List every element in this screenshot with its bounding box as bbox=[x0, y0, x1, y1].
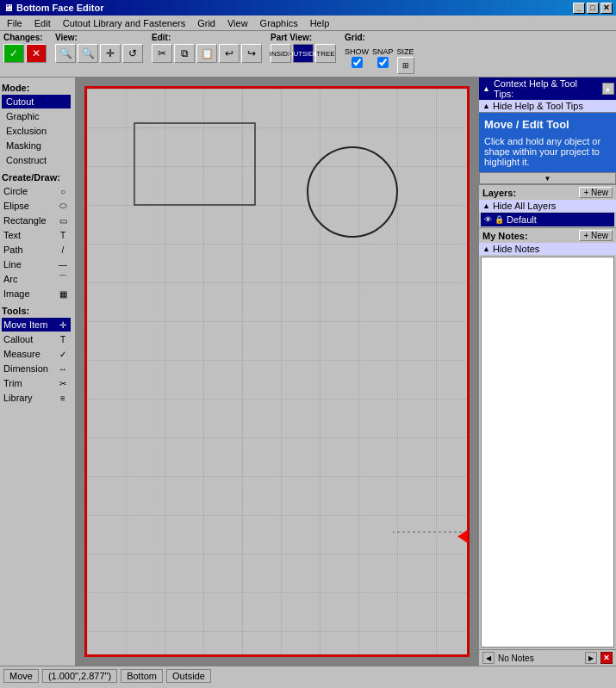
notes-header: My Notes: + New bbox=[479, 228, 616, 243]
tool-trim[interactable]: Trim ✂ bbox=[2, 376, 71, 390]
hide-all-layers-row[interactable]: ▲ Hide All Layers bbox=[479, 200, 616, 212]
mode-construct[interactable]: Construct bbox=[2, 153, 71, 167]
pan-button[interactable]: ✛ bbox=[100, 44, 121, 63]
callout-icon: T bbox=[57, 333, 69, 345]
new-layer-button[interactable]: + New bbox=[579, 187, 613, 198]
layers-title: Layers: bbox=[482, 188, 579, 198]
tool-callout[interactable]: Callout T bbox=[2, 332, 71, 346]
grid-show-checkbox[interactable] bbox=[352, 57, 363, 68]
menu-help[interactable]: Help bbox=[305, 17, 335, 29]
hide-all-arrow: ▲ bbox=[482, 201, 490, 210]
toolbar-area: Changes: ✓ ✕ View: 🔍 🔍 ✛ ↺ Edit: ✂ ⧉ 📋 ↩… bbox=[0, 31, 616, 77]
hide-all-label: Hide All Layers bbox=[493, 201, 556, 211]
rectangle-icon: ▭ bbox=[57, 214, 69, 226]
confirm-button[interactable]: ✓ bbox=[3, 44, 24, 63]
tool-image[interactable]: Image ▦ bbox=[2, 287, 71, 301]
menu-view[interactable]: View bbox=[222, 17, 253, 29]
view-buttons: 🔍 🔍 ✛ ↺ bbox=[55, 44, 143, 63]
mode-exclusion[interactable]: Exclusion bbox=[2, 124, 71, 138]
redo-button[interactable]: ↪ bbox=[241, 44, 262, 63]
layer-default[interactable]: 👁 🔒 Default bbox=[481, 213, 614, 226]
hide-help-row[interactable]: ▲ Hide Help & Tool Tips bbox=[479, 100, 616, 113]
mode-section-label: Mode: bbox=[2, 83, 73, 93]
tool-arc[interactable]: Arc ⌒ bbox=[2, 272, 71, 286]
canvas-area[interactable] bbox=[76, 77, 478, 666]
hide-notes-row[interactable]: ▲ Hide Notes bbox=[479, 243, 616, 255]
tool-move-item[interactable]: Move Item ✛ bbox=[2, 318, 71, 332]
tool-dimension[interactable]: Dimension ↔ bbox=[2, 362, 71, 375]
mode-cutout[interactable]: Cutout bbox=[2, 95, 71, 108]
tool-elipse[interactable]: Elipse ⬭ bbox=[2, 199, 71, 213]
mode-graphic[interactable]: Graphic bbox=[2, 109, 71, 123]
part-view-group: Part View: INSIDE OUTSIDE TREE bbox=[271, 33, 336, 63]
tool-line[interactable]: Line — bbox=[2, 257, 71, 271]
help-scroll-up[interactable]: ▲ bbox=[602, 83, 614, 95]
title-bar-text: Bottom Face Editor bbox=[16, 3, 103, 13]
maximize-button[interactable]: □ bbox=[587, 3, 599, 14]
tool-text[interactable]: Text T bbox=[2, 228, 71, 242]
layer-eye-icon: 👁 bbox=[484, 215, 492, 224]
tool-rectangle[interactable]: Rectangle ▭ bbox=[2, 214, 71, 227]
move-icon: ✛ bbox=[57, 319, 69, 331]
undo-button[interactable]: ↩ bbox=[219, 44, 240, 63]
delete-note-button[interactable]: ✕ bbox=[600, 652, 613, 664]
menu-graphics[interactable]: Graphics bbox=[255, 17, 303, 29]
text-icon: T bbox=[57, 229, 69, 241]
title-bar-buttons: _ □ ✕ bbox=[573, 3, 613, 14]
part-view-label: Part View: bbox=[271, 33, 336, 42]
context-help-section: ▲ Context Help & Tool Tips: ▲ ▲ Hide Hel… bbox=[479, 77, 616, 185]
image-icon: ▦ bbox=[57, 288, 69, 300]
circle-icon: ○ bbox=[57, 185, 69, 197]
paste-button[interactable]: 📋 bbox=[196, 44, 217, 63]
tree-button[interactable]: TREE bbox=[315, 44, 336, 63]
grid-size-button[interactable]: ⊞ bbox=[397, 57, 414, 74]
zoom-out-button[interactable]: 🔍 bbox=[78, 44, 98, 63]
layer-lock-icon: 🔒 bbox=[495, 215, 504, 224]
new-note-button[interactable]: + New bbox=[579, 230, 613, 241]
help-scroll-down[interactable]: ▼ bbox=[479, 172, 616, 184]
help-scrollbar[interactable]: ▲ bbox=[602, 83, 613, 95]
grid-snap-col: SNAP bbox=[372, 47, 394, 74]
left-panel: Mode: Cutout Graphic Exclusion Masking C… bbox=[0, 77, 76, 666]
mode-masking[interactable]: Masking bbox=[2, 139, 71, 152]
cut-button[interactable]: ✂ bbox=[152, 44, 172, 63]
status-mode: Move bbox=[3, 669, 39, 683]
grid-size-label: SIZE bbox=[397, 47, 414, 56]
status-face: Bottom bbox=[121, 669, 163, 683]
minimize-button[interactable]: _ bbox=[573, 3, 585, 14]
context-help-header: ▲ Context Help & Tool Tips: ▲ bbox=[479, 77, 616, 100]
grid-show-label: SHOW bbox=[345, 47, 369, 56]
tool-path[interactable]: Path / bbox=[2, 243, 71, 257]
tool-library[interactable]: Library ≡ bbox=[2, 391, 71, 405]
part-view-buttons: INSIDE OUTSIDE TREE bbox=[271, 44, 336, 63]
menu-file[interactable]: File bbox=[2, 17, 28, 29]
status-bar: Move (1.000",2.877") Bottom Outside bbox=[0, 666, 616, 685]
elipse-icon: ⬭ bbox=[57, 200, 69, 212]
main-content: Mode: Cutout Graphic Exclusion Masking C… bbox=[0, 77, 616, 666]
outside-button[interactable]: OUTSIDE bbox=[293, 44, 314, 63]
menu-edit[interactable]: Edit bbox=[29, 17, 56, 29]
menu-bar: File Edit Cutout Library and Fasteners G… bbox=[0, 15, 616, 31]
cancel-button[interactable]: ✕ bbox=[26, 44, 47, 63]
help-tool-description: Click and hold any object or shape withi… bbox=[484, 136, 611, 167]
menu-grid[interactable]: Grid bbox=[192, 17, 221, 29]
canvas-svg[interactable] bbox=[87, 89, 467, 654]
notes-section: My Notes: + New ▲ Hide Notes ◀ No Notes … bbox=[479, 228, 616, 666]
copy-button[interactable]: ⧉ bbox=[174, 44, 195, 63]
tool-circle[interactable]: Circle ○ bbox=[2, 184, 71, 198]
changes-buttons: ✓ ✕ bbox=[3, 44, 47, 63]
notes-prev-button[interactable]: ◀ bbox=[482, 652, 495, 664]
menu-cutout-library[interactable]: Cutout Library and Fasteners bbox=[58, 17, 190, 29]
zoom-in-button[interactable]: 🔍 bbox=[55, 44, 76, 63]
help-content: Move / Edit Tool Click and hold any obje… bbox=[479, 113, 616, 172]
notes-next-button[interactable]: ▶ bbox=[585, 652, 597, 664]
grid-show-col: SHOW bbox=[345, 47, 369, 74]
status-coordinates: (1.000",2.877") bbox=[42, 669, 117, 683]
tool-measure[interactable]: Measure ✓ bbox=[2, 347, 71, 361]
edit-buttons: ✂ ⧉ 📋 ↩ ↪ bbox=[152, 44, 262, 63]
grid-snap-checkbox[interactable] bbox=[377, 57, 389, 68]
context-help-collapse-icon[interactable]: ▲ bbox=[482, 84, 490, 93]
close-button[interactable]: ✕ bbox=[600, 3, 613, 14]
refresh-button[interactable]: ↺ bbox=[122, 44, 143, 63]
context-help-header-label: Context Help & Tool Tips: bbox=[494, 78, 599, 99]
